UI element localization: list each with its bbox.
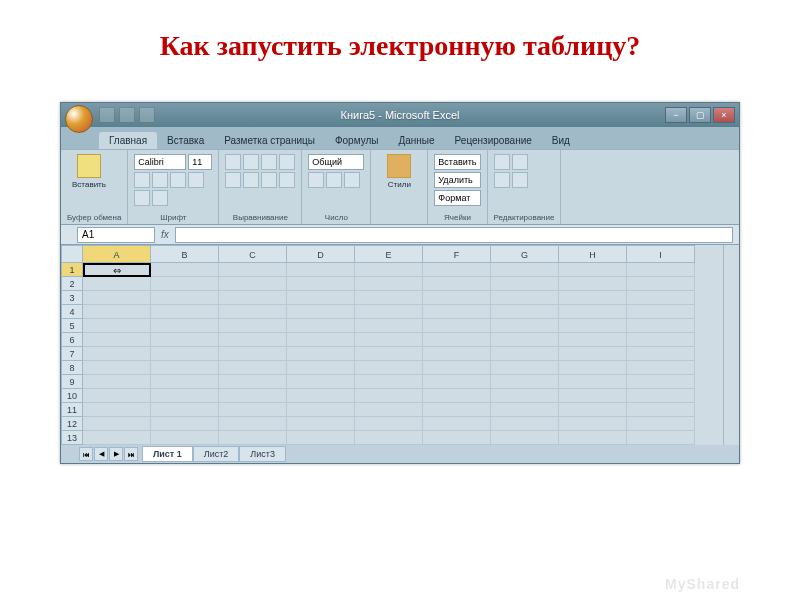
- window-controls: − ▢ ×: [665, 107, 735, 123]
- column-headers: A B C D E F G H I: [83, 245, 723, 263]
- redo-icon[interactable]: [139, 107, 155, 123]
- col-header-b[interactable]: B: [151, 245, 219, 263]
- col-header-e[interactable]: E: [355, 245, 423, 263]
- group-clipboard: Вставить Буфер обмена: [61, 150, 128, 224]
- align-left-button[interactable]: [225, 172, 241, 188]
- row-header-10[interactable]: 10: [61, 389, 83, 403]
- underline-button[interactable]: [170, 172, 186, 188]
- sort-button[interactable]: [512, 154, 528, 170]
- sheet-tabs-bar: ⏮ ◀ ▶ ⏭ Лист 1 Лист2 Лист3: [61, 445, 739, 463]
- col-header-d[interactable]: D: [287, 245, 355, 263]
- group-alignment: Выравнивание: [219, 150, 302, 224]
- worksheet-grid: 1 2 3 4 5 6 7 8 9 10 11 12 13 A B C D E …: [61, 245, 739, 445]
- save-icon[interactable]: [99, 107, 115, 123]
- currency-button[interactable]: [308, 172, 324, 188]
- align-top-button[interactable]: [225, 154, 241, 170]
- number-format-select[interactable]: Общий: [308, 154, 364, 170]
- percent-button[interactable]: [326, 172, 342, 188]
- page-title: Как запустить электронную таблицу?: [0, 0, 800, 102]
- tab-data[interactable]: Данные: [388, 132, 444, 149]
- maximize-button[interactable]: ▢: [689, 107, 711, 123]
- sheet-tab-1[interactable]: Лист 1: [142, 446, 193, 462]
- row-headers: 1 2 3 4 5 6 7 8 9 10 11 12 13: [61, 245, 83, 445]
- row-header-13[interactable]: 13: [61, 431, 83, 445]
- row-header-2[interactable]: 2: [61, 277, 83, 291]
- group-styles: Стили: [371, 150, 428, 224]
- fx-icon[interactable]: fx: [161, 229, 169, 240]
- border-button[interactable]: [188, 172, 204, 188]
- sheet-tab-3[interactable]: Лист3: [239, 446, 286, 462]
- name-box[interactable]: A1: [77, 227, 155, 243]
- office-button[interactable]: [65, 105, 93, 133]
- wrap-text-button[interactable]: [279, 154, 295, 170]
- styles-icon: [387, 154, 411, 178]
- sheet-nav-next[interactable]: ▶: [109, 447, 123, 461]
- tab-home[interactable]: Главная: [99, 132, 157, 149]
- row-header-8[interactable]: 8: [61, 361, 83, 375]
- sheet-nav-first[interactable]: ⏮: [79, 447, 93, 461]
- comma-button[interactable]: [344, 172, 360, 188]
- ribbon: Вставить Буфер обмена Calibri 11: [61, 149, 739, 225]
- col-header-i[interactable]: I: [627, 245, 695, 263]
- window-title: Книга5 - Microsoft Excel: [341, 109, 460, 121]
- row-header-1[interactable]: 1: [61, 263, 83, 277]
- fill-color-button[interactable]: [134, 190, 150, 206]
- cells-area[interactable]: ⇔: [83, 263, 723, 445]
- formula-bar: A1 fx: [61, 225, 739, 245]
- find-button[interactable]: [512, 172, 528, 188]
- sum-button[interactable]: [494, 154, 510, 170]
- bold-button[interactable]: [134, 172, 150, 188]
- row-header-4[interactable]: 4: [61, 305, 83, 319]
- font-name-select[interactable]: Calibri: [134, 154, 186, 170]
- merge-button[interactable]: [279, 172, 295, 188]
- col-header-c[interactable]: C: [219, 245, 287, 263]
- tab-layout[interactable]: Разметка страницы: [214, 132, 325, 149]
- watermark: MyShared: [665, 576, 740, 592]
- ribbon-tabs: Главная Вставка Разметка страницы Формул…: [61, 127, 739, 149]
- format-cells-button[interactable]: Формат: [434, 190, 480, 206]
- font-size-select[interactable]: 11: [188, 154, 212, 170]
- paste-icon: [77, 154, 101, 178]
- tab-insert[interactable]: Вставка: [157, 132, 214, 149]
- group-number: Общий Число: [302, 150, 371, 224]
- font-color-button[interactable]: [152, 190, 168, 206]
- select-all-corner[interactable]: [61, 245, 83, 263]
- titlebar: Книга5 - Microsoft Excel − ▢ ×: [61, 103, 739, 127]
- row-header-7[interactable]: 7: [61, 347, 83, 361]
- minimize-button[interactable]: −: [665, 107, 687, 123]
- insert-cells-button[interactable]: Вставить: [434, 154, 480, 170]
- group-cells: Вставить Удалить Формат Ячейки: [428, 150, 487, 224]
- col-header-h[interactable]: H: [559, 245, 627, 263]
- excel-window: Книга5 - Microsoft Excel − ▢ × Главная В…: [60, 102, 740, 464]
- align-middle-button[interactable]: [243, 154, 259, 170]
- italic-button[interactable]: [152, 172, 168, 188]
- col-header-f[interactable]: F: [423, 245, 491, 263]
- group-editing: Редактирование: [488, 150, 562, 224]
- tab-review[interactable]: Рецензирование: [445, 132, 542, 149]
- align-right-button[interactable]: [261, 172, 277, 188]
- styles-button[interactable]: Стили: [377, 154, 421, 189]
- row-header-6[interactable]: 6: [61, 333, 83, 347]
- sheet-tab-2[interactable]: Лист2: [193, 446, 240, 462]
- quick-access-toolbar: [99, 107, 155, 123]
- sheet-nav-last[interactable]: ⏭: [124, 447, 138, 461]
- fill-button[interactable]: [494, 172, 510, 188]
- row-header-11[interactable]: 11: [61, 403, 83, 417]
- row-header-9[interactable]: 9: [61, 375, 83, 389]
- tab-view[interactable]: Вид: [542, 132, 580, 149]
- paste-button[interactable]: Вставить: [67, 154, 111, 189]
- row-header-5[interactable]: 5: [61, 319, 83, 333]
- undo-icon[interactable]: [119, 107, 135, 123]
- col-header-a[interactable]: A: [83, 245, 151, 263]
- row-header-12[interactable]: 12: [61, 417, 83, 431]
- close-button[interactable]: ×: [713, 107, 735, 123]
- tab-formulas[interactable]: Формулы: [325, 132, 389, 149]
- col-header-g[interactable]: G: [491, 245, 559, 263]
- align-center-button[interactable]: [243, 172, 259, 188]
- row-header-3[interactable]: 3: [61, 291, 83, 305]
- sheet-nav-prev[interactable]: ◀: [94, 447, 108, 461]
- vertical-scrollbar[interactable]: [723, 245, 739, 445]
- delete-cells-button[interactable]: Удалить: [434, 172, 480, 188]
- align-bottom-button[interactable]: [261, 154, 277, 170]
- formula-input[interactable]: [175, 227, 733, 243]
